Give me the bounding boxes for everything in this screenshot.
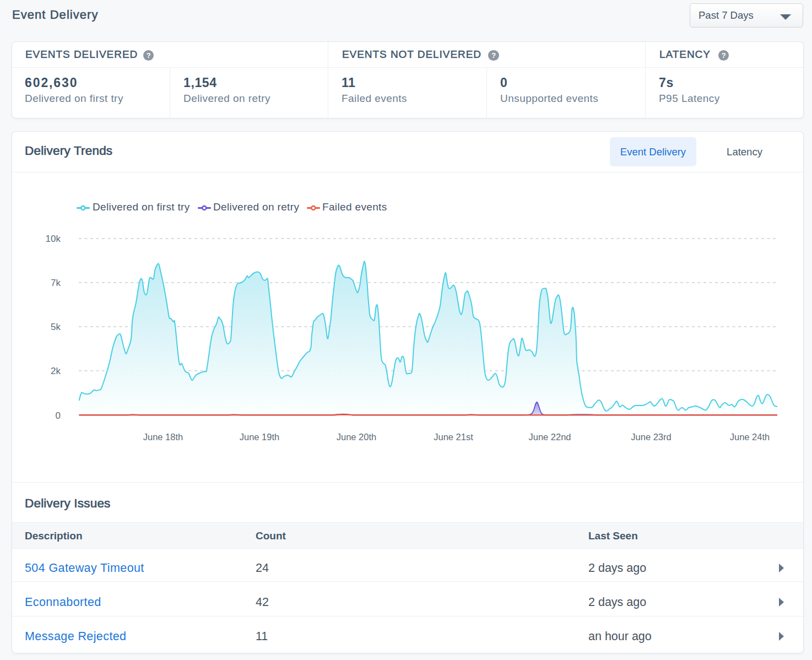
svg-text:June 20th: June 20th <box>337 432 376 442</box>
svg-text:0: 0 <box>56 410 61 421</box>
svg-text:7k: 7k <box>51 278 61 288</box>
svg-text:2k: 2k <box>51 366 61 376</box>
svg-text:10k: 10k <box>46 234 61 244</box>
svg-text:June 21st: June 21st <box>434 432 473 442</box>
svg-text:June 24th: June 24th <box>730 432 770 442</box>
svg-text:June 19th: June 19th <box>240 432 279 442</box>
svg-text:June 23rd: June 23rd <box>631 432 671 442</box>
svg-text:5k: 5k <box>51 322 61 332</box>
svg-text:June 18th: June 18th <box>143 432 183 442</box>
svg-text:June 22nd: June 22nd <box>528 432 571 442</box>
